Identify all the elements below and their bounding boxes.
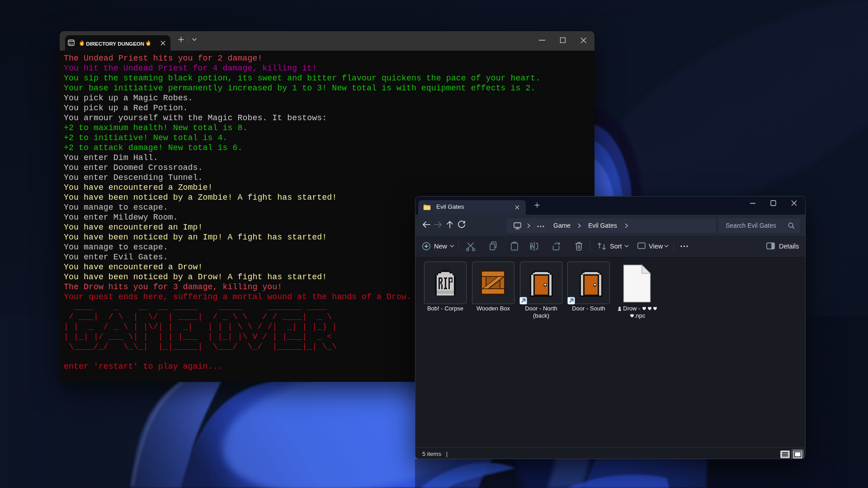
svg-text:Sort: Sort — [610, 243, 622, 250]
svg-text:View: View — [649, 243, 663, 250]
svg-text:Details: Details — [779, 243, 799, 250]
svg-text:C:\: C:\ — [69, 42, 73, 45]
svg-text:New: New — [434, 243, 448, 250]
